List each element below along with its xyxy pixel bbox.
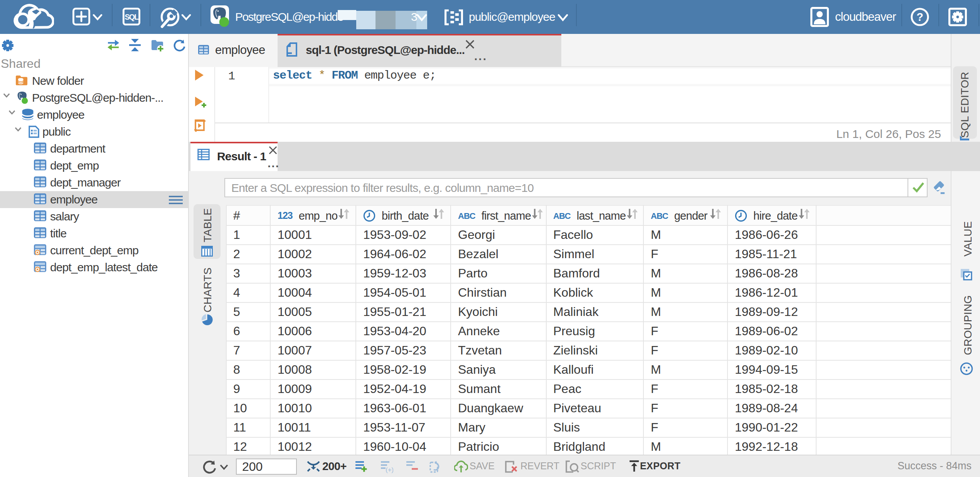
svg-text:(+): (+) <box>386 466 393 473</box>
svg-text:?: ? <box>916 11 923 23</box>
svg-text:SQL: SQL <box>125 13 139 21</box>
